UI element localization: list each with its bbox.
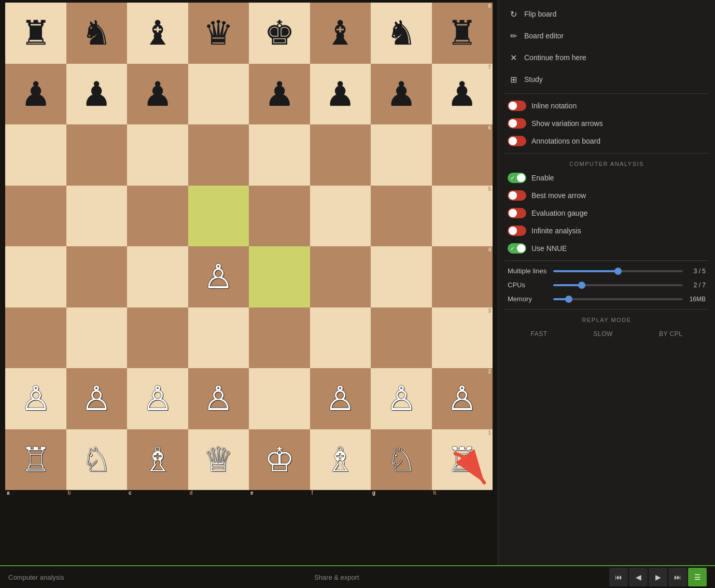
square-f4[interactable] [310, 246, 371, 307]
sidebar-item-study[interactable]: ⊞ Study [504, 69, 709, 89]
infinite-toggle[interactable]: ✕ [508, 226, 526, 236]
square-e3[interactable] [249, 307, 310, 369]
square-h7[interactable]: 7♟ [432, 64, 493, 125]
square-e8[interactable]: ♚ [249, 3, 310, 64]
chess-board[interactable]: ♜♞♝♛♚♝♞8♜♟♟♟♟♟♟7♟65♙43♙♙♙♙♙♙2♙♖♘♗♕♔♗♘1♖ [5, 3, 493, 490]
nav-first-btn[interactable]: ⏮ [609, 568, 628, 586]
square-g6[interactable] [371, 124, 432, 186]
square-e2[interactable] [249, 368, 310, 429]
square-d6[interactable] [188, 124, 249, 186]
square-c6[interactable] [127, 124, 188, 186]
square-h3[interactable]: 3 [432, 307, 493, 369]
piece-b1: ♘ [81, 443, 111, 477]
multiple-lines-thumb[interactable] [614, 268, 622, 275]
square-g5[interactable] [371, 186, 432, 247]
square-a4[interactable] [5, 246, 66, 307]
square-d4[interactable]: ♙ [188, 246, 249, 307]
square-d1[interactable]: ♕ [188, 429, 249, 491]
variation-arrows-toggle[interactable]: ✕ [508, 118, 526, 129]
square-e6[interactable] [249, 124, 310, 186]
best-move-toggle[interactable]: ✕ [508, 190, 526, 201]
file-label-g: g [371, 490, 432, 496]
square-g7[interactable]: ♟ [371, 64, 432, 125]
memory-track[interactable] [553, 298, 683, 300]
square-g2[interactable]: ♙ [371, 368, 432, 429]
replay-fast-btn[interactable]: FAST [525, 328, 554, 340]
cpus-thumb[interactable] [578, 282, 585, 289]
square-f7[interactable]: ♟ [310, 64, 371, 125]
square-c4[interactable] [127, 246, 188, 307]
square-a6[interactable] [5, 124, 66, 186]
square-d2[interactable]: ♙ [188, 368, 249, 429]
square-b7[interactable]: ♟ [66, 64, 128, 125]
sidebar-item-board-editor[interactable]: ✏ Board editor [504, 26, 709, 46]
multiple-lines-track[interactable] [553, 270, 683, 272]
square-c1[interactable]: ♗ [127, 429, 188, 491]
square-e1[interactable]: ♔ [249, 429, 310, 491]
square-f1[interactable]: ♗ [310, 429, 371, 491]
bottom-left-label[interactable]: Computer analysis [8, 573, 64, 581]
square-h6[interactable]: 6 [432, 124, 493, 186]
square-b4[interactable] [66, 246, 128, 307]
square-c5[interactable] [127, 186, 188, 247]
cpus-track[interactable] [553, 284, 683, 286]
square-a5[interactable] [5, 186, 66, 247]
square-h4[interactable]: 4 [432, 246, 493, 307]
square-b5[interactable] [66, 186, 128, 247]
enable-toggle[interactable]: ✓ [508, 173, 526, 183]
square-f8[interactable]: ♝ [310, 3, 371, 64]
bottom-right-label[interactable]: Share & export [314, 573, 359, 581]
square-h8[interactable]: 8♜ [432, 3, 493, 64]
square-f2[interactable]: ♙ [310, 368, 371, 429]
square-g8[interactable]: ♞ [371, 3, 432, 64]
square-c3[interactable] [127, 307, 188, 369]
annotations-label: Annotations on board [531, 137, 600, 145]
memory-thumb[interactable] [565, 296, 572, 303]
square-b2[interactable]: ♙ [66, 368, 128, 429]
sidebar-item-flip-board[interactable]: ↻ Flip board [504, 4, 709, 24]
nav-prev-btn[interactable]: ◀ [629, 568, 648, 586]
square-b3[interactable] [66, 307, 128, 369]
square-e5[interactable] [249, 186, 310, 247]
annotations-toggle[interactable]: ✕ [508, 136, 526, 146]
square-f3[interactable] [310, 307, 371, 369]
replay-by-cpl-btn[interactable]: BY CPL [653, 328, 689, 340]
square-h2[interactable]: 2♙ [432, 368, 493, 429]
square-g3[interactable] [371, 307, 432, 369]
square-b1[interactable]: ♘ [66, 429, 128, 491]
square-d5[interactable] [188, 186, 249, 247]
square-a2[interactable]: ♙ [5, 368, 66, 429]
square-a7[interactable]: ♟ [5, 64, 66, 125]
square-b8[interactable]: ♞ [66, 3, 128, 64]
piece-a7: ♟ [21, 77, 51, 111]
sidebar-item-continue[interactable]: ✕ Continue from here [504, 48, 709, 67]
square-g4[interactable] [371, 246, 432, 307]
replay-slow-btn[interactable]: SLOW [587, 328, 619, 340]
square-a1[interactable]: ♖ [5, 429, 66, 491]
square-c7[interactable]: ♟ [127, 64, 188, 125]
nav-last-btn[interactable]: ⏭ [668, 568, 687, 586]
inline-notation-toggle[interactable]: ✕ [508, 101, 526, 111]
square-a8[interactable]: ♜ [5, 3, 66, 64]
square-d7[interactable] [188, 64, 249, 125]
toggle-row-best-move: ✕ Best move arrow [504, 188, 709, 203]
eval-gauge-toggle[interactable]: ✕ [508, 208, 526, 218]
square-g1[interactable]: ♘ [371, 429, 432, 491]
nav-menu-btn[interactable]: ☰ [688, 568, 707, 586]
square-c8[interactable]: ♝ [127, 3, 188, 64]
square-d3[interactable] [188, 307, 249, 369]
piece-e1: ♔ [264, 443, 295, 477]
square-f6[interactable] [310, 124, 371, 186]
nav-next-btn[interactable]: ▶ [649, 568, 667, 586]
square-h5[interactable]: 5 [432, 186, 493, 247]
piece-f1: ♗ [325, 443, 355, 477]
square-e4[interactable] [249, 246, 310, 307]
square-c2[interactable]: ♙ [127, 368, 188, 429]
main-area: ♜♞♝♛♚♝♞8♜♟♟♟♟♟♟7♟65♙43♙♙♙♙♙♙2♙♖♘♗♕♔♗♘1♖ … [0, 0, 715, 565]
square-d8[interactable]: ♛ [188, 3, 249, 64]
square-e7[interactable]: ♟ [249, 64, 310, 125]
square-a3[interactable] [5, 307, 66, 369]
square-b6[interactable] [66, 124, 128, 186]
square-f5[interactable] [310, 186, 371, 247]
nnue-toggle[interactable]: ✓ [508, 243, 526, 254]
